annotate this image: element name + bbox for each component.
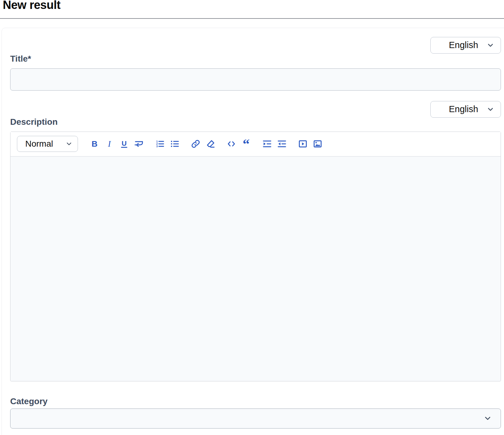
link-icon[interactable] xyxy=(190,136,201,151)
italic-icon[interactable]: I xyxy=(104,136,115,151)
image-icon[interactable] xyxy=(312,136,323,151)
toolbar-icons: BIU123“ xyxy=(89,136,333,151)
svg-text:3: 3 xyxy=(156,145,158,148)
blockquote-icon[interactable]: “ xyxy=(241,136,251,151)
chevron-down-icon xyxy=(483,414,492,423)
category-label: Category xyxy=(10,397,501,406)
video-icon[interactable] xyxy=(298,136,308,151)
toolbar-icon-group xyxy=(298,136,323,151)
toolbar-icon-group: 123 xyxy=(155,136,180,151)
bullet-list-icon[interactable] xyxy=(169,136,180,151)
title-divider xyxy=(0,18,504,19)
underline-icon[interactable]: U xyxy=(119,136,129,151)
format-select[interactable]: Normal xyxy=(17,136,78,152)
line-break-icon[interactable] xyxy=(134,136,144,151)
toolbar-icon-group: “ xyxy=(226,136,251,151)
description-language-value: English xyxy=(441,104,486,114)
chevron-down-icon xyxy=(486,41,494,49)
chevron-down-icon xyxy=(486,105,494,113)
title-language-row: English xyxy=(10,37,501,54)
svg-text:B: B xyxy=(91,139,97,148)
ordered-list-icon[interactable]: 123 xyxy=(155,136,165,151)
description-label: Description xyxy=(10,118,501,126)
outdent-icon[interactable] xyxy=(277,136,287,151)
editor-toolbar: Normal BIU123“ xyxy=(10,132,501,157)
chevron-down-icon xyxy=(65,140,73,148)
rich-text-editor: Normal BIU123“ xyxy=(10,132,501,381)
new-result-form-card: English Title* English Description Norma… xyxy=(2,28,504,435)
svg-text:U: U xyxy=(122,139,127,147)
description-language-select[interactable]: English xyxy=(430,101,501,118)
editor-content-area[interactable] xyxy=(10,157,501,381)
clean-format-icon[interactable] xyxy=(205,136,216,151)
title-language-value: English xyxy=(441,40,486,50)
toolbar-icon-group: BIU xyxy=(89,136,144,151)
code-icon[interactable] xyxy=(226,136,237,151)
svg-text:I: I xyxy=(108,139,111,148)
svg-text:“: “ xyxy=(243,139,250,149)
format-select-value: Normal xyxy=(25,139,53,149)
toolbar-icon-group xyxy=(262,136,287,151)
title-input[interactable] xyxy=(10,68,501,91)
page-title: New result xyxy=(0,0,504,12)
title-language-select[interactable]: English xyxy=(430,37,501,54)
toolbar-icon-group xyxy=(190,136,216,151)
bold-icon[interactable]: B xyxy=(89,136,100,151)
title-label: Title* xyxy=(10,55,501,63)
indent-icon[interactable] xyxy=(262,136,272,151)
category-select[interactable] xyxy=(10,409,501,429)
description-language-row: English xyxy=(10,101,501,118)
